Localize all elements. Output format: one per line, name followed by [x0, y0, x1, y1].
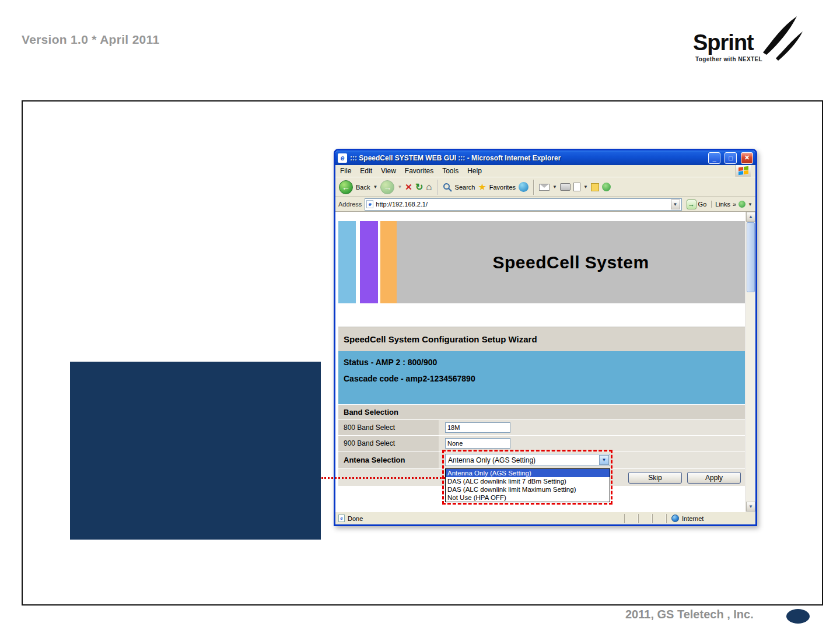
address-url: http://192.168.2.1/ [376, 201, 428, 208]
skip-button[interactable]: Skip [628, 472, 682, 484]
band-row-900: 900 Band Select [338, 436, 745, 451]
statusbar-pane [638, 514, 652, 523]
forward-button[interactable]: → [380, 180, 394, 194]
menu-item-tools[interactable]: Tools [442, 167, 459, 175]
wizard-title: SpeedCell System Configuration Setup Wiz… [344, 334, 537, 344]
security-zone-pane: Internet [666, 514, 754, 523]
favorites-button-label[interactable]: Favorites [489, 184, 516, 191]
windows-flag-panel [736, 165, 751, 177]
status-zone-text: Internet [682, 515, 704, 522]
footer-credit: 2011, GS Teletech , Inc. [625, 608, 754, 621]
sprint-tagline: Together with NEXTEL [695, 56, 762, 62]
links-bar[interactable]: Links » ▼ [711, 201, 752, 208]
navy-callout-box [70, 362, 321, 540]
home-button[interactable]: ⌂ [426, 181, 432, 193]
band-section-header: Band Selection [338, 405, 745, 419]
toolbar-separator [533, 180, 534, 195]
search-icon[interactable] [443, 183, 452, 192]
combobox-arrow-button[interactable]: ▼ [599, 455, 609, 465]
ie-window: e ::: SpeedCell SYSTEM WEB GUI ::: - Mic… [334, 149, 757, 526]
band-row-label: 900 Band Select [338, 436, 439, 451]
scroll-down-button[interactable]: ▼ [746, 502, 755, 512]
edit-button[interactable] [573, 183, 580, 191]
banner-background: SpeedCell System [397, 221, 745, 303]
ie-titlebar[interactable]: e ::: SpeedCell SYSTEM WEB GUI ::: - Mic… [335, 150, 755, 165]
back-button-label: Back [356, 184, 370, 191]
menu-item-favorites[interactable]: Favorites [405, 167, 433, 175]
banner-title: SpeedCell System [492, 253, 649, 272]
back-chevron-down-icon[interactable]: ▼ [373, 184, 377, 190]
banner-accent-bar-orange [380, 221, 397, 303]
go-button-label: Go [698, 201, 707, 208]
stop-button[interactable]: ✕ [405, 182, 412, 192]
antenna-row: Antena Selection Antenna Only (AGS Setti… [338, 452, 745, 468]
minimize-button[interactable]: _ [708, 152, 720, 164]
band-row-800: 800 Band Select [338, 420, 745, 435]
go-arrow-icon: → [687, 200, 696, 209]
mail-button[interactable] [539, 184, 550, 191]
menu-item-edit[interactable]: Edit [360, 167, 372, 175]
version-label: Version 1.0 * April 2011 [22, 33, 159, 47]
links-chevron-down-icon[interactable]: ▼ [748, 202, 752, 207]
scroll-up-button[interactable]: ▲ [746, 212, 755, 222]
links-chevron-icon[interactable]: » [733, 201, 736, 208]
band-row-label: 800 Band Select [338, 420, 439, 435]
media-button[interactable] [519, 182, 528, 192]
menu-item-help[interactable]: Help [467, 167, 482, 175]
forward-chevron-down-icon[interactable]: ▼ [397, 184, 402, 190]
apply-button[interactable]: Apply [687, 472, 741, 484]
browser-toolbar: ← Back ▼ → ▼ ✕ ↻ ⌂ Search ★ Favorites ▼ … [335, 177, 755, 197]
status-panel: Status - AMP 2 : 800/900 Cascade code - … [338, 351, 745, 404]
discuss-button[interactable] [591, 183, 599, 191]
browser-statusbar: e Done Internet [335, 512, 755, 524]
browser-viewport: SpeedCell System SpeedCell System Config… [335, 212, 755, 512]
band-800-input[interactable] [445, 422, 510, 433]
dropdown-option[interactable]: DAS (ALC downlink limit 7 dBm Setting) [446, 477, 610, 485]
toolbar-separator [437, 180, 438, 195]
sprint-brand-text: Sprint [693, 30, 754, 55]
dropdown-option[interactable]: Antenna Only (AGS Setting) [446, 469, 610, 477]
internet-globe-icon [671, 514, 679, 522]
menu-item-file[interactable]: File [340, 167, 351, 175]
close-button[interactable]: ✕ [741, 152, 753, 164]
messenger-button[interactable] [602, 183, 611, 191]
status-done-text: Done [348, 515, 363, 522]
go-button[interactable]: → Go [685, 200, 709, 209]
red-dotted-connector-line [321, 477, 445, 479]
maximize-button[interactable]: □ [724, 152, 737, 164]
antenna-dropdown-list: Antenna Only (AGS Setting) DAS (ALC down… [445, 468, 610, 502]
sprint-logo: Sprint Together with NEXTEL [693, 16, 810, 65]
print-button[interactable] [560, 183, 570, 191]
band-900-input[interactable] [445, 438, 510, 449]
favorites-star-icon[interactable]: ★ [478, 181, 486, 192]
page-banner: SpeedCell System [338, 221, 745, 303]
combobox-value: Antenna Only (AGS Setting) [448, 456, 536, 464]
page-favicon-icon: e [366, 200, 373, 208]
page-number-badge [786, 609, 810, 624]
address-label: Address [338, 201, 362, 208]
address-input[interactable]: e http://192.168.2.1/ ▼ [365, 198, 681, 211]
window-title: ::: SpeedCell SYSTEM WEB GUI ::: - Micro… [350, 154, 704, 162]
web-page: SpeedCell System SpeedCell System Config… [335, 212, 746, 512]
links-icon[interactable] [738, 201, 746, 208]
antenna-combobox[interactable]: Antenna Only (AGS Setting) ▼ [445, 454, 610, 466]
dropdown-option[interactable]: DAS (ALC downlink limit Maximum Setting) [446, 485, 610, 494]
done-page-icon: e [338, 514, 345, 522]
statusbar-pane [652, 514, 666, 523]
back-button[interactable]: ← [339, 180, 353, 194]
refresh-button[interactable]: ↻ [415, 181, 423, 192]
mail-chevron-down-icon[interactable]: ▼ [552, 184, 557, 190]
status-line: Status - AMP 2 : 800/900 [344, 358, 740, 367]
sprint-wing-icon [762, 14, 807, 64]
vertical-scrollbar[interactable]: ▲ ▼ [746, 212, 755, 512]
address-dropdown-button[interactable]: ▼ [671, 200, 680, 209]
address-bar: Address e http://192.168.2.1/ ▼ → Go Lin… [335, 197, 755, 212]
search-button-label[interactable]: Search [455, 184, 475, 191]
menu-item-view[interactable]: View [381, 167, 396, 175]
edit-chevron-down-icon[interactable]: ▼ [583, 184, 588, 190]
dropdown-option[interactable]: Not Use (HPA OFF) [446, 494, 610, 502]
scroll-thumb[interactable] [747, 222, 755, 292]
windows-flag-icon [738, 166, 748, 176]
antenna-label: Antena Selection [338, 452, 439, 468]
band-section-title: Band Selection [344, 408, 398, 416]
